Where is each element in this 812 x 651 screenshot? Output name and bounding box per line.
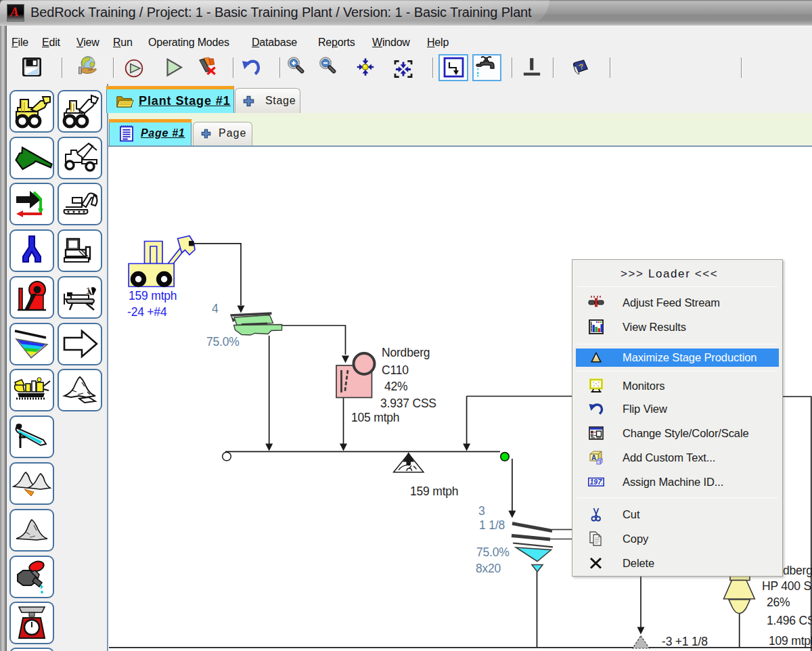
svg-text:42%: 42%	[384, 380, 407, 393]
svg-text:dberg: dberg	[783, 564, 812, 577]
svg-text:A: A	[591, 454, 596, 462]
svg-text:1: 1	[86, 286, 91, 296]
svg-text:8x20: 8x20	[476, 562, 501, 575]
svg-text:C110: C110	[382, 363, 409, 377]
svg-text:3.937 CSS: 3.937 CSS	[380, 397, 436, 410]
svg-text:105 mtph: 105 mtph	[351, 411, 399, 424]
svg-text:-24 +#4: -24 +#4	[127, 305, 167, 319]
svg-text:Nordberg: Nordberg	[382, 346, 430, 359]
svg-text:HP 400 Sa: HP 400 Sa	[762, 579, 812, 593]
svg-text:159 mtph: 159 mtph	[129, 289, 177, 302]
svg-text:3: 3	[478, 504, 485, 518]
svg-text:-3 +1 1/8: -3 +1 1/8	[662, 635, 708, 648]
svg-text:75.0%: 75.0%	[476, 545, 510, 559]
svg-text:26%: 26%	[767, 596, 790, 609]
svg-text:1 1/8: 1 1/8	[479, 518, 505, 532]
svg-text:197: 197	[590, 478, 603, 486]
svg-text:1.496 CS: 1.496 CS	[767, 614, 812, 627]
svg-text:159 mtph: 159 mtph	[410, 485, 458, 498]
svg-text:109 mtph: 109 mtph	[769, 634, 812, 648]
svg-text:75.0%: 75.0%	[206, 335, 240, 349]
svg-text:4: 4	[212, 302, 219, 315]
